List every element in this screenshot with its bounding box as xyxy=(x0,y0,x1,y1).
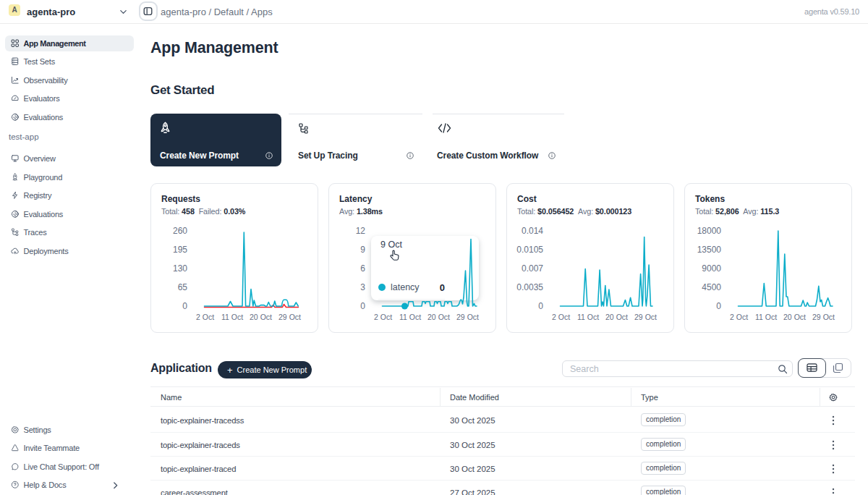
svg-text:9: 9 xyxy=(360,245,365,255)
svg-text:0: 0 xyxy=(182,301,187,311)
svg-text:0.0105: 0.0105 xyxy=(516,245,543,255)
svg-text:20 Oct: 20 Oct xyxy=(427,313,450,321)
svg-text:18000: 18000 xyxy=(697,226,722,236)
svg-text:12: 12 xyxy=(356,226,366,236)
svg-text:130: 130 xyxy=(173,263,187,274)
svg-text:9000: 9000 xyxy=(702,263,721,274)
svg-text:11 Oct: 11 Oct xyxy=(399,313,421,321)
svg-text:2 Oct: 2 Oct xyxy=(552,313,570,321)
svg-text:20 Oct: 20 Oct xyxy=(783,313,806,321)
svg-text:0.0035: 0.0035 xyxy=(516,282,543,292)
svg-text:20 Oct: 20 Oct xyxy=(250,313,272,321)
svg-text:2 Oct: 2 Oct xyxy=(730,313,748,321)
svg-text:13500: 13500 xyxy=(697,245,722,255)
svg-text:0: 0 xyxy=(360,301,365,311)
svg-text:6: 6 xyxy=(360,263,365,274)
svg-text:29 Oct: 29 Oct xyxy=(634,313,657,321)
svg-text:0.007: 0.007 xyxy=(522,263,543,274)
svg-text:0: 0 xyxy=(538,301,543,311)
svg-text:20 Oct: 20 Oct xyxy=(605,313,628,321)
svg-text:29 Oct: 29 Oct xyxy=(812,313,835,321)
svg-text:0: 0 xyxy=(716,301,721,311)
svg-text:29 Oct: 29 Oct xyxy=(278,313,301,321)
svg-text:4500: 4500 xyxy=(702,282,721,292)
svg-text:11 Oct: 11 Oct xyxy=(577,313,599,321)
svg-text:11 Oct: 11 Oct xyxy=(755,313,777,321)
svg-text:29 Oct: 29 Oct xyxy=(456,313,479,321)
svg-text:2 Oct: 2 Oct xyxy=(374,313,392,321)
svg-text:260: 260 xyxy=(173,226,187,236)
svg-text:65: 65 xyxy=(178,282,188,292)
svg-text:11 Oct: 11 Oct xyxy=(221,313,243,321)
svg-text:195: 195 xyxy=(173,245,187,255)
svg-text:3: 3 xyxy=(360,282,365,292)
svg-text:0.014: 0.014 xyxy=(522,226,543,236)
svg-text:2 Oct: 2 Oct xyxy=(196,313,214,321)
